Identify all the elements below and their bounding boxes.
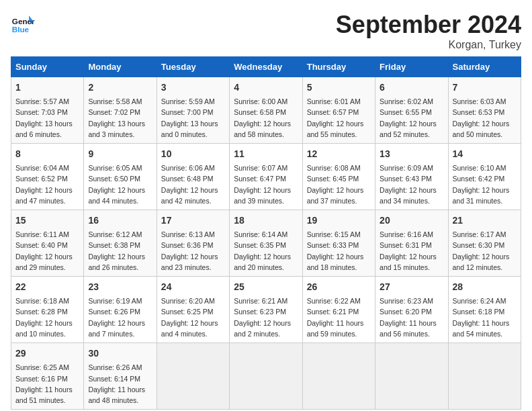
calendar-cell: 26Sunrise: 6:22 AMSunset: 6:21 PMDayligh… xyxy=(302,277,375,343)
day-number: 13 xyxy=(380,147,443,161)
logo-icon: General Blue xyxy=(11,11,35,35)
calendar-cell: 9Sunrise: 6:05 AMSunset: 6:50 PMDaylight… xyxy=(84,144,157,210)
day-number: 17 xyxy=(161,214,225,228)
calendar-cell: 13Sunrise: 6:09 AMSunset: 6:43 PMDayligh… xyxy=(375,144,448,210)
day-number: 8 xyxy=(15,147,79,161)
day-header-saturday: Saturday xyxy=(448,57,521,77)
day-info: Sunrise: 6:26 AMSunset: 6:14 PMDaylight:… xyxy=(88,362,152,406)
day-number: 24 xyxy=(161,280,225,294)
day-number: 22 xyxy=(15,280,79,294)
day-number: 21 xyxy=(453,214,517,228)
day-number: 14 xyxy=(453,147,517,161)
day-info: Sunrise: 6:18 AMSunset: 6:28 PMDaylight:… xyxy=(15,295,79,339)
calendar-cell xyxy=(157,343,229,410)
day-info: Sunrise: 5:59 AMSunset: 7:00 PMDaylight:… xyxy=(161,96,225,140)
calendar-cell: 22Sunrise: 6:18 AMSunset: 6:28 PMDayligh… xyxy=(11,277,84,343)
calendar-cell: 12Sunrise: 6:08 AMSunset: 6:45 PMDayligh… xyxy=(302,144,375,210)
day-info: Sunrise: 6:03 AMSunset: 6:53 PMDaylight:… xyxy=(453,96,517,140)
calendar-cell: 21Sunrise: 6:17 AMSunset: 6:30 PMDayligh… xyxy=(448,210,521,277)
day-number: 19 xyxy=(307,214,371,228)
day-number: 25 xyxy=(234,280,298,294)
day-number: 3 xyxy=(161,81,225,95)
day-header-thursday: Thursday xyxy=(302,57,375,77)
day-number: 7 xyxy=(453,81,517,95)
calendar-cell: 25Sunrise: 6:21 AMSunset: 6:23 PMDayligh… xyxy=(230,277,302,343)
calendar-week-row: 29Sunrise: 6:25 AMSunset: 6:16 PMDayligh… xyxy=(11,343,521,410)
logo: General Blue xyxy=(11,11,38,35)
calendar-cell: 5Sunrise: 6:01 AMSunset: 6:57 PMDaylight… xyxy=(302,77,375,144)
day-info: Sunrise: 6:04 AMSunset: 6:52 PMDaylight:… xyxy=(15,163,79,206)
month-title: September 2024 xyxy=(336,11,521,39)
day-info: Sunrise: 6:17 AMSunset: 6:30 PMDaylight:… xyxy=(453,229,517,273)
calendar-cell: 7Sunrise: 6:03 AMSunset: 6:53 PMDaylight… xyxy=(448,77,521,144)
day-number: 30 xyxy=(88,347,152,361)
day-number: 26 xyxy=(307,280,371,294)
day-info: Sunrise: 6:20 AMSunset: 6:25 PMDaylight:… xyxy=(161,295,225,339)
day-info: Sunrise: 6:11 AMSunset: 6:40 PMDaylight:… xyxy=(15,229,79,273)
day-number: 28 xyxy=(453,280,517,294)
day-info: Sunrise: 6:10 AMSunset: 6:42 PMDaylight:… xyxy=(453,163,517,206)
day-number: 27 xyxy=(380,280,443,294)
day-number: 18 xyxy=(234,214,298,228)
day-header-tuesday: Tuesday xyxy=(157,57,229,77)
calendar-cell: 4Sunrise: 6:00 AMSunset: 6:58 PMDaylight… xyxy=(230,77,302,144)
calendar-cell: 10Sunrise: 6:06 AMSunset: 6:48 PMDayligh… xyxy=(157,144,229,210)
day-number: 10 xyxy=(161,147,225,161)
day-info: Sunrise: 5:58 AMSunset: 7:02 PMDaylight:… xyxy=(88,96,152,140)
calendar-week-row: 22Sunrise: 6:18 AMSunset: 6:28 PMDayligh… xyxy=(11,277,521,343)
calendar-cell: 17Sunrise: 6:13 AMSunset: 6:36 PMDayligh… xyxy=(157,210,229,277)
calendar-cell: 3Sunrise: 5:59 AMSunset: 7:00 PMDaylight… xyxy=(157,77,229,144)
calendar-cell xyxy=(230,343,302,410)
day-info: Sunrise: 6:25 AMSunset: 6:16 PMDaylight:… xyxy=(15,362,79,406)
day-number: 2 xyxy=(88,81,152,95)
calendar-cell: 24Sunrise: 6:20 AMSunset: 6:25 PMDayligh… xyxy=(157,277,229,343)
location-subtitle: Korgan, Turkey xyxy=(336,39,521,51)
day-number: 5 xyxy=(307,81,371,95)
title-block: September 2024 Korgan, Turkey xyxy=(336,11,521,51)
day-number: 4 xyxy=(234,81,298,95)
day-number: 9 xyxy=(88,147,152,161)
calendar-week-row: 8Sunrise: 6:04 AMSunset: 6:52 PMDaylight… xyxy=(11,144,521,210)
calendar-cell: 16Sunrise: 6:12 AMSunset: 6:38 PMDayligh… xyxy=(84,210,157,277)
day-info: Sunrise: 6:00 AMSunset: 6:58 PMDaylight:… xyxy=(234,96,298,140)
calendar-cell: 11Sunrise: 6:07 AMSunset: 6:47 PMDayligh… xyxy=(230,144,302,210)
day-number: 20 xyxy=(380,214,443,228)
day-info: Sunrise: 6:12 AMSunset: 6:38 PMDaylight:… xyxy=(88,229,152,273)
page-header: General Blue September 2024 Korgan, Turk… xyxy=(11,11,521,51)
day-info: Sunrise: 6:14 AMSunset: 6:35 PMDaylight:… xyxy=(234,229,298,273)
day-info: Sunrise: 6:15 AMSunset: 6:33 PMDaylight:… xyxy=(307,229,371,273)
calendar-body: 1Sunrise: 5:57 AMSunset: 7:03 PMDaylight… xyxy=(11,77,521,410)
calendar-cell: 29Sunrise: 6:25 AMSunset: 6:16 PMDayligh… xyxy=(11,343,84,410)
calendar-cell: 30Sunrise: 6:26 AMSunset: 6:14 PMDayligh… xyxy=(84,343,157,410)
calendar-cell xyxy=(448,343,521,410)
calendar-cell xyxy=(375,343,448,410)
calendar-cell: 2Sunrise: 5:58 AMSunset: 7:02 PMDaylight… xyxy=(84,77,157,144)
day-number: 12 xyxy=(307,147,371,161)
calendar-week-row: 15Sunrise: 6:11 AMSunset: 6:40 PMDayligh… xyxy=(11,210,521,277)
day-info: Sunrise: 6:02 AMSunset: 6:55 PMDaylight:… xyxy=(380,96,443,140)
calendar-header-row: SundayMondayTuesdayWednesdayThursdayFrid… xyxy=(11,57,521,77)
day-info: Sunrise: 6:21 AMSunset: 6:23 PMDaylight:… xyxy=(234,295,298,339)
day-number: 29 xyxy=(15,347,79,361)
calendar-cell xyxy=(302,343,375,410)
day-header-wednesday: Wednesday xyxy=(230,57,302,77)
calendar-cell: 18Sunrise: 6:14 AMSunset: 6:35 PMDayligh… xyxy=(230,210,302,277)
day-info: Sunrise: 6:07 AMSunset: 6:47 PMDaylight:… xyxy=(234,163,298,206)
day-info: Sunrise: 6:23 AMSunset: 6:20 PMDaylight:… xyxy=(380,295,443,339)
calendar-cell: 15Sunrise: 6:11 AMSunset: 6:40 PMDayligh… xyxy=(11,210,84,277)
day-info: Sunrise: 6:09 AMSunset: 6:43 PMDaylight:… xyxy=(380,163,443,206)
calendar-cell: 19Sunrise: 6:15 AMSunset: 6:33 PMDayligh… xyxy=(302,210,375,277)
calendar-cell: 6Sunrise: 6:02 AMSunset: 6:55 PMDaylight… xyxy=(375,77,448,144)
calendar-cell: 28Sunrise: 6:24 AMSunset: 6:18 PMDayligh… xyxy=(448,277,521,343)
day-header-friday: Friday xyxy=(375,57,448,77)
day-header-monday: Monday xyxy=(84,57,157,77)
calendar-cell: 14Sunrise: 6:10 AMSunset: 6:42 PMDayligh… xyxy=(448,144,521,210)
day-info: Sunrise: 6:05 AMSunset: 6:50 PMDaylight:… xyxy=(88,163,152,206)
day-info: Sunrise: 6:22 AMSunset: 6:21 PMDaylight:… xyxy=(307,295,371,339)
calendar-cell: 1Sunrise: 5:57 AMSunset: 7:03 PMDaylight… xyxy=(11,77,84,144)
day-header-sunday: Sunday xyxy=(11,57,84,77)
svg-text:Blue: Blue xyxy=(12,25,30,34)
calendar-cell: 8Sunrise: 6:04 AMSunset: 6:52 PMDaylight… xyxy=(11,144,84,210)
day-number: 1 xyxy=(15,81,79,95)
day-number: 23 xyxy=(88,280,152,294)
